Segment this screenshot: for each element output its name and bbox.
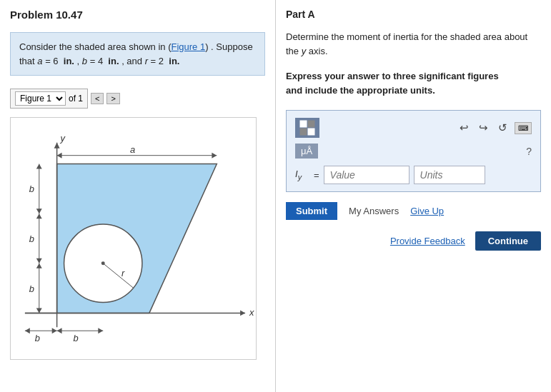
svg-marker-32 [98, 328, 103, 333]
part-instruction: Express your answer to three significant… [286, 69, 541, 97]
units-input[interactable] [414, 166, 485, 184]
equals-sign: = [314, 170, 319, 181]
matrix-icon[interactable] [295, 118, 319, 138]
figure-link[interactable]: Figure 1 [171, 41, 205, 52]
svg-marker-19 [36, 213, 42, 218]
redo-button[interactable]: ↪ [476, 120, 491, 136]
my-answers-link[interactable]: My Answers [349, 206, 399, 216]
svg-marker-23 [36, 263, 42, 268]
svg-rect-37 [300, 121, 307, 127]
submit-row: Submit My Answers Give Up [286, 202, 541, 220]
problem-description: Consider the shaded area shown in (Figur… [10, 32, 265, 76]
svg-point-36 [101, 261, 105, 265]
part-question: Determine the moment of inertia for the … [286, 30, 541, 58]
problem-title: Problem 10.47 [10, 9, 265, 21]
figure-area: x y a b b b [10, 117, 257, 360]
svg-text:a: a [130, 144, 135, 155]
refresh-button[interactable]: ↺ [495, 120, 510, 136]
mu-label: μÅ [301, 146, 312, 156]
svg-text:b: b [73, 333, 78, 343]
undo-button[interactable]: ↩ [457, 120, 472, 136]
svg-text:b: b [35, 333, 40, 343]
svg-marker-24 [36, 308, 42, 313]
figure-next-button[interactable]: > [106, 93, 119, 104]
submit-button[interactable]: Submit [286, 202, 337, 220]
provide-feedback-link[interactable]: Provide Feedback [390, 236, 465, 246]
figure-select[interactable]: Figure 1 [15, 91, 66, 106]
svg-text:b: b [29, 233, 34, 244]
svg-marker-5 [240, 310, 245, 316]
svg-text:b: b [29, 283, 34, 294]
iy-subscript-label: Iy [295, 169, 309, 181]
mu-button[interactable]: μÅ [295, 144, 318, 159]
figure-prev-button[interactable]: < [91, 93, 104, 104]
svg-marker-28 [52, 328, 57, 333]
toolbar-row-1: ↩ ↪ ↺ ⌨ [295, 118, 532, 138]
svg-text:y: y [60, 133, 66, 144]
svg-text:b: b [29, 184, 34, 194]
figure-of-label: of 1 [69, 94, 83, 104]
toolbar-row-2: μÅ ? [295, 144, 532, 159]
svg-marker-31 [57, 328, 62, 333]
right-panel: Part A Determine the moment of inertia f… [275, 0, 551, 392]
svg-marker-12 [212, 153, 217, 159]
svg-rect-38 [308, 121, 314, 127]
keyboard-button[interactable]: ⌨ [515, 122, 532, 134]
svg-marker-15 [36, 164, 42, 169]
continue-button[interactable]: Continue [475, 231, 541, 251]
diagram-svg: x y a b b b [11, 118, 256, 359]
help-icon[interactable]: ? [526, 146, 532, 157]
value-input[interactable] [324, 166, 409, 184]
svg-marker-16 [36, 208, 42, 213]
part-label: Part A [286, 9, 541, 20]
answer-box: ↩ ↪ ↺ ⌨ μÅ ? Iy = [286, 110, 541, 192]
svg-marker-8 [54, 143, 60, 149]
svg-marker-11 [57, 153, 62, 159]
svg-text:r: r [121, 268, 125, 278]
value-units-row: Iy = [295, 166, 532, 184]
svg-marker-27 [25, 328, 30, 333]
left-panel: Problem 10.47 Consider the shaded area s… [0, 0, 275, 392]
svg-marker-20 [36, 258, 42, 263]
give-up-link[interactable]: Give Up [410, 206, 444, 216]
feedback-row: Provide Feedback Continue [286, 231, 541, 251]
svg-rect-39 [300, 129, 307, 135]
figure-controls: Figure 1 of 1 [10, 89, 88, 109]
svg-rect-40 [308, 129, 314, 135]
svg-text:x: x [249, 307, 254, 318]
